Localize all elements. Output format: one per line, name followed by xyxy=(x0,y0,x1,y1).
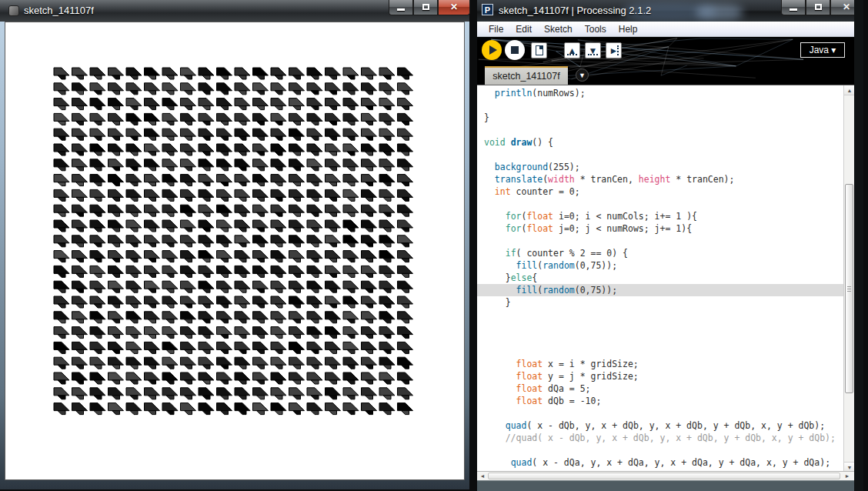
tab-menu-button[interactable]: ▼ xyxy=(576,68,589,82)
code-line[interactable]: for(float i=0; i < numCols; i+= 1 ){ xyxy=(477,210,843,222)
code-line[interactable] xyxy=(477,235,843,247)
open-up-arrow-icon: ▲ xyxy=(568,45,577,58)
close-icon: ✕ xyxy=(843,2,850,12)
sketch-canvas xyxy=(5,22,465,480)
new-sketch-button[interactable] xyxy=(531,42,547,58)
code-line[interactable]: float dQb = -10; xyxy=(477,395,843,407)
stop-button[interactable] xyxy=(505,40,525,60)
code-line[interactable] xyxy=(477,407,843,419)
maximize-icon xyxy=(815,4,822,10)
code-line[interactable]: for(float j=0; j < numRows; j+= 1){ xyxy=(477,222,843,235)
processing-logo-icon: P xyxy=(482,4,493,15)
minimize-icon xyxy=(790,8,797,11)
code-line[interactable]: quad( x - dQb, y, x + dQb, y, x + dQb, y… xyxy=(477,419,843,432)
ide-toolbar: ▲ ▼ ► Java ▾ xyxy=(477,37,854,65)
close-button[interactable]: ✕ xyxy=(830,0,854,15)
mode-label: Java xyxy=(810,45,829,55)
maximize-button[interactable] xyxy=(806,0,830,15)
horizontal-scrollbar-thumb[interactable] xyxy=(488,473,840,479)
code-line[interactable]: float x = i * gridSize; xyxy=(477,358,843,370)
chevron-down-icon: ▾ xyxy=(831,45,836,55)
ide-window-controls: ✕ xyxy=(781,0,854,15)
code-line[interactable]: translate(width * tranCen, height * tran… xyxy=(477,173,843,185)
menu-item-help[interactable]: Help xyxy=(613,24,644,35)
code-line[interactable] xyxy=(477,309,843,321)
ide-statusbar xyxy=(477,480,854,491)
code-line[interactable]: int counter = 0; xyxy=(477,185,843,198)
menu-item-file[interactable]: File xyxy=(482,24,509,35)
vertical-scrollbar[interactable]: ▲ ▼ xyxy=(843,85,854,471)
stop-icon xyxy=(511,46,519,54)
export-button[interactable]: ► xyxy=(606,42,622,58)
save-button[interactable]: ▼ xyxy=(585,42,601,58)
code-line[interactable] xyxy=(477,346,843,358)
scroll-left-icon[interactable]: ◄ xyxy=(477,472,488,480)
code-line[interactable]: void draw() { xyxy=(477,136,843,149)
code-line[interactable]: } xyxy=(477,296,843,309)
code-line[interactable]: float y = j * gridSize; xyxy=(477,370,843,382)
ide-titlebar[interactable]: P sketch_141107f | Processing 2.1.2 ✕ xyxy=(477,0,854,22)
ide-window-title: sketch_141107f | Processing 2.1.2 xyxy=(499,5,651,16)
menu-item-sketch[interactable]: Sketch xyxy=(538,24,579,35)
code-line[interactable]: println(numRows); xyxy=(477,87,843,99)
horizontal-scrollbar[interactable]: ◄ ► xyxy=(477,471,854,480)
code-line[interactable] xyxy=(477,198,843,210)
menu-item-tools[interactable]: Tools xyxy=(579,24,613,35)
code-line[interactable] xyxy=(477,333,843,346)
save-down-arrow-icon: ▼ xyxy=(589,45,598,58)
processing-ide-window: P sketch_141107f | Processing 2.1.2 ✕ Fi… xyxy=(477,0,863,491)
sketch-output-window: sketch_141107f ✕ xyxy=(0,0,469,489)
sketch-window-title: sketch_141107f xyxy=(24,5,94,16)
code-line[interactable]: fill(random(0,75)); xyxy=(477,284,843,296)
minimize-icon xyxy=(397,8,405,11)
sketch-window-titlebar[interactable]: sketch_141107f ✕ xyxy=(0,0,469,22)
open-button[interactable]: ▲ xyxy=(564,42,580,58)
menu-item-edit[interactable]: Edit xyxy=(509,24,538,35)
code-area[interactable]: println(numRows); } void draw() { backgr… xyxy=(477,87,843,469)
ide-tabbar: sketch_141107f ▼ xyxy=(477,65,854,85)
close-button[interactable]: ✕ xyxy=(438,0,470,15)
quad-pattern xyxy=(5,22,464,479)
sketch-app-icon xyxy=(8,5,19,16)
run-button[interactable] xyxy=(482,40,502,60)
code-line[interactable]: background(255); xyxy=(477,161,843,173)
tray-icon xyxy=(617,45,619,55)
minimize-button[interactable] xyxy=(781,0,806,15)
ide-menubar: FileEditSketchToolsHelp xyxy=(477,22,854,37)
maximize-button[interactable] xyxy=(413,0,438,15)
mode-dropdown[interactable]: Java ▾ xyxy=(800,42,845,58)
play-icon xyxy=(489,45,497,55)
code-line[interactable] xyxy=(477,99,843,112)
code-line[interactable]: //quad( x - dQb, y, x + dQb, y, x + dQb,… xyxy=(477,432,843,444)
scroll-up-icon[interactable]: ▲ xyxy=(844,85,854,95)
tray-icon xyxy=(588,54,598,55)
new-document-icon xyxy=(536,45,543,55)
vertical-scrollbar-thumb[interactable] xyxy=(845,184,853,393)
minimize-button[interactable] xyxy=(389,0,413,15)
sketch-window-controls: ✕ xyxy=(389,0,470,15)
tab-sketch[interactable]: sketch_141107f xyxy=(485,66,568,85)
close-icon: ✕ xyxy=(450,2,458,12)
scroll-right-icon[interactable]: ► xyxy=(842,472,853,480)
chevron-down-icon: ▼ xyxy=(579,72,586,79)
code-line[interactable]: fill(random(0,75)); xyxy=(477,259,843,272)
code-line[interactable]: quad( x - dQa, y, x + dQa, y, x + dQa, y… xyxy=(477,456,843,469)
code-line[interactable]: }else{ xyxy=(477,272,843,284)
code-line[interactable]: float dQa = 5; xyxy=(477,382,843,395)
code-line[interactable] xyxy=(477,321,843,333)
code-line[interactable] xyxy=(477,124,843,136)
code-line[interactable]: if( counter % 2 == 0) { xyxy=(477,247,843,259)
sketch-window-frame xyxy=(0,22,469,489)
code-line[interactable]: } xyxy=(477,112,843,124)
thumb-grip-icon xyxy=(847,289,851,289)
code-line[interactable] xyxy=(477,444,843,456)
scroll-down-icon[interactable]: ▼ xyxy=(844,462,854,471)
tray-icon xyxy=(567,54,577,55)
code-editor[interactable]: println(numRows); } void draw() { backgr… xyxy=(477,85,854,471)
code-line[interactable] xyxy=(477,149,843,161)
maximize-icon xyxy=(422,4,429,10)
